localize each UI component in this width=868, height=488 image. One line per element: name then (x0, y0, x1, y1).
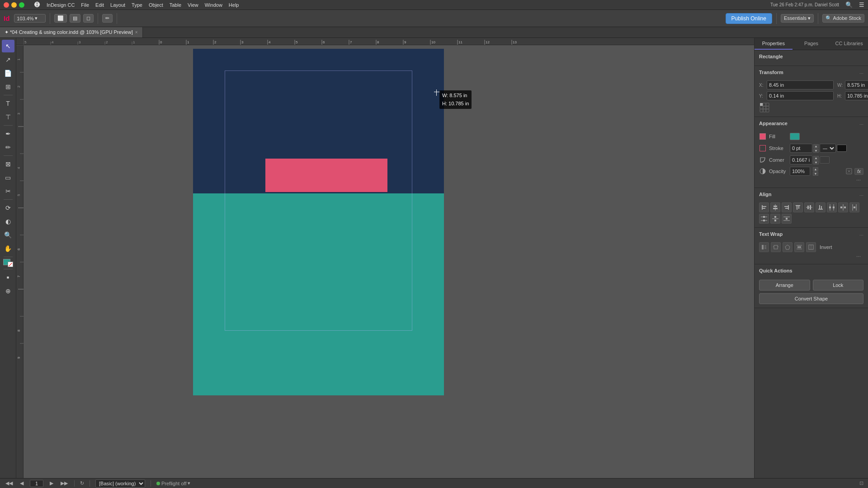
maximize-window-btn[interactable] (19, 2, 24, 8)
qa-arrange-button[interactable]: Arrange (759, 280, 810, 291)
page-tool-btn[interactable]: 📄 (2, 67, 14, 80)
minimize-window-btn[interactable] (11, 2, 17, 8)
w-input[interactable] (845, 80, 868, 89)
free-transform-tool-btn[interactable]: ⟳ (2, 202, 14, 214)
corner-inc-btn[interactable]: ▲ (813, 156, 819, 160)
menu-layout[interactable]: Layout (110, 2, 125, 8)
apply-color-btn[interactable]: ■ (2, 271, 14, 284)
fx-button[interactable]: fx (854, 168, 863, 175)
text-wrap-expand-icon[interactable]: ⋯ (859, 233, 863, 238)
distribute-right-edges-btn[interactable] (849, 202, 859, 212)
zoom-dropdown-icon[interactable]: ▾ (35, 15, 38, 21)
wrap-bounding-box-btn[interactable] (771, 242, 781, 252)
distribute-centers-horizontal-btn[interactable] (838, 202, 848, 212)
content-collector-btn[interactable]: ⊕ (2, 285, 14, 297)
menu-edit[interactable]: Edit (95, 2, 104, 8)
menu-table[interactable]: Table (170, 2, 181, 8)
notification-icon[interactable]: ☰ (859, 1, 864, 8)
red-rectangle[interactable] (265, 159, 387, 192)
bleed-mode-btn[interactable]: ▤ (70, 14, 80, 23)
search-icon[interactable]: 🔍 (845, 1, 853, 8)
align-left-edges-btn[interactable] (759, 202, 769, 212)
align-top-edges-btn[interactable] (793, 202, 803, 212)
appearance-expand-icon[interactable]: ⋯ (859, 122, 863, 127)
transform-expand-icon[interactable]: ⋯ (859, 71, 863, 76)
corner-dec-btn[interactable]: ▼ (813, 160, 819, 164)
pencil-tool-btn[interactable]: ✏ (2, 141, 14, 154)
fill-color-swatch[interactable] (790, 133, 800, 140)
direct-select-tool-btn[interactable]: ↗ (2, 53, 14, 66)
opacity-dec-btn[interactable]: ▼ (813, 172, 818, 176)
align-bottom-edges-btn[interactable] (816, 202, 826, 212)
stroke-dec-btn[interactable]: ▼ (813, 149, 819, 153)
qa-convert-shape-button[interactable]: Convert Shape (759, 293, 863, 304)
menu-type[interactable]: Type (132, 2, 142, 8)
resize-handle[interactable] (434, 89, 441, 97)
hand-tool-btn[interactable]: ✋ (2, 242, 14, 255)
menu-window[interactable]: Window (205, 2, 222, 8)
align-centers-vertical-btn[interactable] (804, 202, 814, 212)
publish-online-button[interactable]: Publish Online (726, 13, 772, 24)
stroke-color-swatch[interactable] (837, 145, 847, 152)
preflight-dropdown[interactable]: ▾ (188, 480, 190, 486)
view-mode-btn[interactable]: ⬜ (54, 14, 67, 23)
align-centers-horizontal-btn[interactable] (770, 202, 780, 212)
fill-stroke-swatch[interactable] (3, 259, 13, 267)
next-spread-btn[interactable]: ▶▶ (60, 480, 69, 486)
scissors-tool-btn[interactable]: ✂ (2, 185, 14, 197)
wrap-next-column-btn[interactable] (806, 242, 816, 252)
pen-tool-btn[interactable]: ✒ (2, 127, 14, 140)
wrap-none-btn[interactable] (759, 242, 769, 252)
rectangle-tool-btn[interactable]: ▭ (2, 171, 14, 184)
text-wrap-ellipsis[interactable]: ··· (856, 253, 861, 259)
type-tool-btn[interactable]: T (2, 97, 14, 110)
canvas-scroll[interactable]: W: 8.575 in H: 10.785 in (24, 45, 754, 478)
prev-page-btn[interactable]: ◀ (19, 480, 24, 486)
essentials-btn[interactable]: Essentials ▾ (781, 14, 814, 23)
rectangle-frame-tool-btn[interactable]: ⊠ (2, 158, 14, 170)
stroke-inc-btn[interactable]: ▲ (813, 144, 819, 148)
corner-value-input[interactable] (790, 155, 812, 164)
zoom-tool-btn[interactable]: 🔍 (2, 229, 14, 241)
stock-search-btn[interactable]: 🔍 Adobe Stock (822, 14, 864, 23)
stroke-value-input[interactable] (790, 144, 812, 153)
prev-spread-btn[interactable]: ◀◀ (5, 480, 14, 486)
tab-properties[interactable]: Properties (755, 38, 793, 50)
menu-object[interactable]: Object (149, 2, 163, 8)
wrap-jump-over-btn[interactable] (794, 242, 804, 252)
gradient-tool-btn[interactable]: ◐ (2, 215, 14, 228)
tab-pages[interactable]: Pages (793, 38, 830, 50)
align-expand-icon[interactable]: ⋯ (859, 193, 863, 198)
distribute-left-edges-btn[interactable] (827, 202, 837, 212)
next-page-btn[interactable]: ▶ (49, 480, 54, 486)
menu-view[interactable]: View (188, 2, 198, 8)
h-input[interactable] (845, 91, 868, 100)
menu-indesigncc[interactable]: InDesign CC (47, 2, 75, 8)
master-page-select[interactable]: [Basic] (working) (95, 479, 145, 488)
qa-lock-button[interactable]: Lock (813, 280, 864, 291)
selection-tool-btn[interactable]: ↖ (2, 40, 14, 52)
document-tab[interactable]: ✦ *04 Creating & using color.indd @ 103%… (0, 27, 143, 38)
type-path-tool-btn[interactable]: ⊤ (2, 111, 14, 123)
transform-reference-icon[interactable] (759, 102, 770, 113)
menu-help[interactable]: Help (229, 2, 239, 8)
align-right-edges-btn[interactable] (782, 202, 792, 212)
menu-file[interactable]: File (81, 2, 89, 8)
y-input[interactable] (767, 91, 834, 100)
preflight-button[interactable]: Preflight off ▾ (156, 480, 190, 486)
gap-tool-btn[interactable]: ⊞ (2, 80, 14, 93)
stroke-type-select[interactable]: — (820, 144, 836, 153)
opacity-input[interactable] (790, 167, 810, 176)
opacity-inc-btn[interactable]: ▲ (813, 167, 818, 171)
distribute-bottom-edges-btn[interactable] (782, 214, 792, 224)
close-window-btn[interactable] (4, 2, 9, 8)
x-input[interactable] (767, 80, 834, 89)
page-number-input[interactable] (30, 480, 43, 487)
preview-mode-btn[interactable]: ◻ (83, 14, 94, 23)
tab-close-btn[interactable]: × (135, 30, 138, 35)
pen-tool-btn[interactable]: ✏ (102, 14, 113, 23)
fit-page-btn[interactable]: ⊡ (859, 480, 863, 486)
distribute-top-edges-btn[interactable] (759, 214, 769, 224)
none-swatch[interactable] (8, 262, 13, 267)
appearance-ellipsis[interactable]: ··· (856, 177, 861, 183)
